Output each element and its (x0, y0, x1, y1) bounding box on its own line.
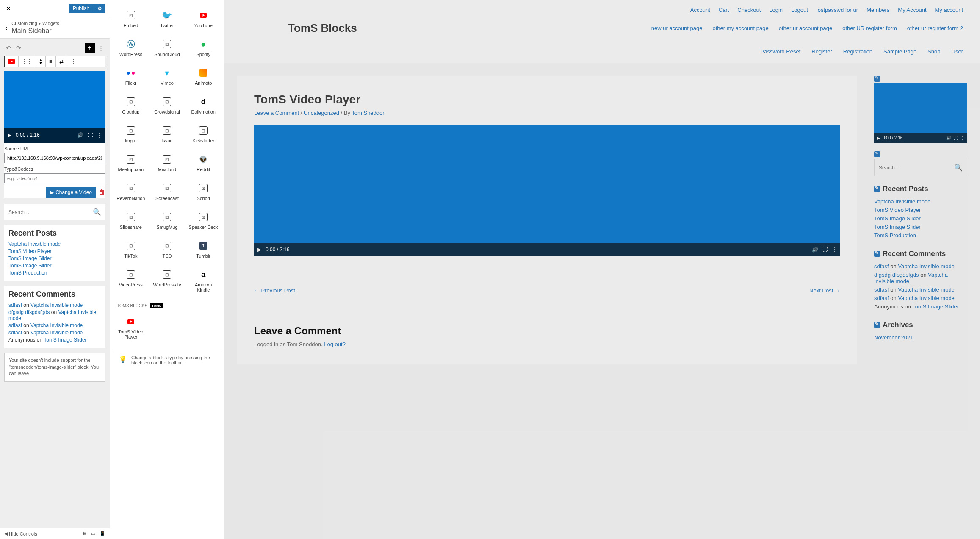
nav-link[interactable]: Login (769, 7, 783, 13)
change-video-button[interactable]: ▶ Change a Video (46, 187, 96, 198)
previous-post-link[interactable]: ← Previous Post (254, 287, 295, 294)
video-more-icon[interactable]: ⋮ (961, 136, 965, 140)
close-icon[interactable]: ✕ (4, 3, 13, 14)
comment-post-link[interactable]: Vaptcha Invisible mode (898, 286, 954, 293)
nav-link[interactable]: User (952, 48, 963, 55)
inserter-item-twitter[interactable]: 🐦Twitter (150, 6, 185, 32)
fullscreen-icon[interactable]: ⛶ (954, 136, 958, 140)
edit-icon[interactable] (874, 151, 880, 157)
video-more-icon[interactable]: ⋮ (832, 247, 837, 253)
inserter-item-mixcloud[interactable]: ⊡Mixcloud (150, 150, 185, 176)
play-icon[interactable]: ▶ (257, 247, 261, 253)
comment-author-link[interactable]: sdfasf (874, 286, 889, 293)
trash-icon[interactable]: 🗑 (99, 189, 105, 196)
nav-link[interactable]: My account (935, 7, 963, 13)
add-block-button[interactable]: + (85, 43, 95, 53)
edit-icon[interactable] (874, 76, 880, 82)
more-options-icon[interactable]: ⋮ (97, 43, 105, 53)
inserter-item-cloudup[interactable]: ⊡Cloudup (114, 92, 148, 119)
edit-icon[interactable] (874, 322, 880, 328)
nav-link[interactable]: Shop (927, 48, 940, 55)
comment-author-link[interactable]: sdfasf (8, 302, 22, 308)
comment-author-link[interactable]: dfgsdg dfsgdsfgds (874, 272, 919, 278)
logout-link[interactable]: Log out? (324, 341, 346, 347)
inserter-item-embed[interactable]: ⊡Embed (114, 6, 148, 32)
inserter-item-soundcloud[interactable]: ⊡SoundCloud (150, 35, 185, 61)
comment-author-link[interactable]: sdfasf (8, 330, 22, 336)
post-link[interactable]: November 2021 (874, 334, 914, 341)
search-icon[interactable]: 🔍 (93, 208, 101, 216)
play-icon[interactable]: ▶ (877, 136, 880, 140)
nav-link[interactable]: Sample Page (883, 48, 916, 55)
undo-icon[interactable]: ↶ (4, 43, 13, 53)
inserter-item-crowdsignal[interactable]: ⊡Crowdsignal (150, 92, 185, 119)
post-link[interactable]: TomS Video Player (874, 207, 921, 213)
leave-comment-link[interactable]: Leave a Comment (254, 110, 299, 116)
fullscreen-icon[interactable]: ⛶ (822, 247, 828, 253)
comment-post-link[interactable]: Vaptcha Invisible mode (898, 263, 954, 270)
source-url-input[interactable] (4, 153, 105, 163)
category-link[interactable]: Uncategorized (304, 110, 339, 116)
inserter-item-videopress[interactable]: ⊡VideoPress (114, 265, 148, 297)
comment-author-link[interactable]: sdfasf (8, 322, 22, 328)
nav-link[interactable]: Registration (843, 48, 872, 55)
comment-post-link[interactable]: Vaptcha Invisible mode (30, 330, 83, 336)
inserter-item-animoto[interactable]: Animoto (186, 64, 221, 90)
video-preview[interactable]: ▶ 0:00 / 2:16 🔊 ⛶ ⋮ (4, 71, 105, 143)
volume-icon[interactable]: 🔊 (812, 247, 818, 253)
author-link[interactable]: Tom Sneddon (352, 110, 385, 116)
publish-settings-gear-icon[interactable]: ⚙ (94, 4, 105, 13)
edit-icon[interactable] (874, 186, 880, 192)
inserter-item-tiktok[interactable]: ⊡TikTok (114, 236, 148, 263)
inserter-item-kickstarter[interactable]: ⊡Kickstarter (186, 121, 221, 147)
inserter-item-vimeo[interactable]: ▾Vimeo (150, 64, 185, 90)
inserter-item-wordpress-tv[interactable]: ⊡WordPress.tv (150, 265, 185, 297)
replace-icon[interactable]: ⇄ (56, 56, 67, 67)
align-icon[interactable]: ≡ (46, 56, 56, 67)
post-link[interactable]: TomS Image Slider (8, 263, 51, 269)
nav-link[interactable]: Cart (719, 7, 729, 13)
inserter-item-reddit[interactable]: 👽Reddit (186, 150, 221, 176)
post-link[interactable]: Vaptcha Invisible mode (8, 241, 61, 247)
inserter-item-imgur[interactable]: ⊡Imgur (114, 121, 148, 147)
nav-link[interactable]: other my account page (712, 25, 768, 31)
play-icon[interactable]: ▶ (8, 132, 11, 138)
nav-link[interactable]: Checkout (737, 7, 761, 13)
post-link[interactable]: Vaptcha Invisible mode (874, 198, 930, 205)
back-icon[interactable]: ‹ (5, 24, 7, 32)
next-post-link[interactable]: Next Post → (809, 287, 840, 294)
post-link[interactable]: TomS Image Slider (874, 224, 921, 230)
comment-author-link[interactable]: sdfasf (874, 295, 889, 301)
search-input[interactable] (8, 208, 93, 216)
post-link[interactable]: TomS Production (8, 270, 47, 276)
inserter-item-ted[interactable]: ⊡TED (150, 236, 185, 263)
nav-link[interactable]: other UR register form (842, 25, 897, 31)
edit-icon[interactable] (874, 251, 880, 257)
inserter-item-reverbnation[interactable]: ⊡ReverbNation (114, 179, 148, 205)
post-link[interactable]: TomS Video Player (8, 248, 52, 254)
inserter-item-smugmug[interactable]: ⊡SmugMug (150, 208, 185, 234)
inserter-item-flickr[interactable]: Flickr (114, 64, 148, 90)
sidebar-search-input[interactable] (879, 164, 954, 172)
volume-icon[interactable]: 🔊 (77, 132, 83, 138)
comment-post-link[interactable]: TomS Image Slider (912, 303, 959, 310)
inserter-item-slideshare[interactable]: ⊡Slideshare (114, 208, 148, 234)
fullscreen-icon[interactable]: ⛶ (88, 132, 93, 138)
hide-controls-label[interactable]: Hide Controls (9, 531, 37, 536)
nav-link[interactable]: My Account (898, 7, 926, 13)
comment-author-link[interactable]: sdfasf (874, 263, 889, 270)
volume-icon[interactable]: 🔊 (946, 136, 951, 140)
comment-post-link[interactable]: TomS Image Slider (44, 337, 86, 343)
sidebar-video[interactable]: ▶ 0:00 / 2:16 🔊 ⛶ ⋮ (874, 83, 967, 143)
tablet-icon[interactable]: ▭ (91, 531, 95, 536)
mobile-icon[interactable]: 📱 (100, 531, 105, 536)
inserter-item-meetup-com[interactable]: ⊡Meetup.com (114, 150, 148, 176)
inserter-item-wordpress[interactable]: ⓦWordPress (114, 35, 148, 61)
collapse-icon[interactable]: ◀ (4, 531, 8, 536)
drag-handle-icon[interactable]: ⋮⋮ (19, 56, 36, 67)
inserter-item-amazon-kindle[interactable]: aAmazon Kindle (186, 265, 221, 297)
block-more-icon[interactable]: ⋮ (67, 56, 79, 67)
site-title[interactable]: TomS Blocks (288, 22, 357, 35)
nav-link[interactable]: new ur account page (651, 25, 703, 31)
inserter-item-toms-video-player[interactable]: TomS Video Player (114, 312, 148, 344)
